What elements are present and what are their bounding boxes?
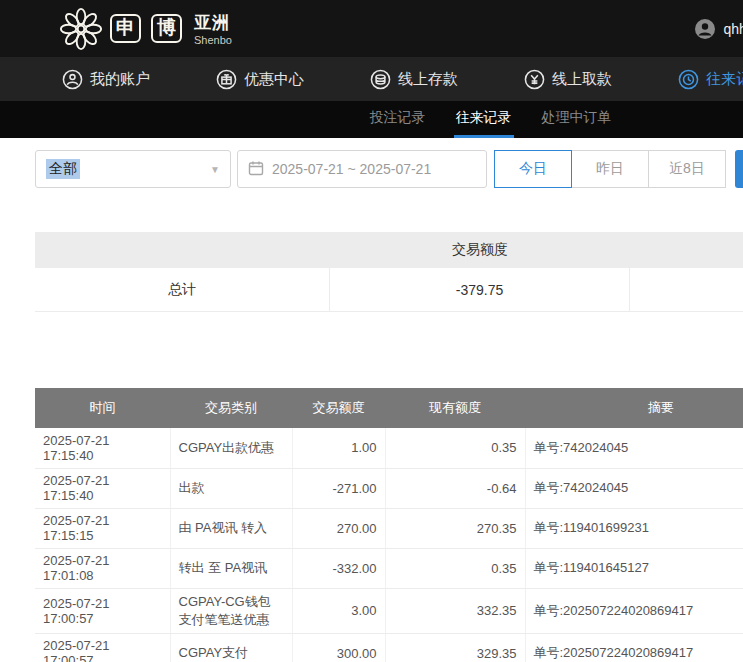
tab-betting-records[interactable]: 投注记录 (368, 101, 428, 138)
summary-total-label: 总计 (35, 268, 330, 311)
cell-balance: 0.35 (385, 548, 525, 588)
account-icon (62, 69, 83, 90)
cell-amount: 270.00 (292, 508, 385, 548)
cell-time: 2025-07-21 17:01:08 (35, 548, 170, 588)
table-row: 2025-07-21 17:15:40 出款 -271.00 -0.64 单号:… (35, 468, 743, 508)
nav-item-my-account[interactable]: 我的账户 (62, 69, 150, 90)
promo-icon (216, 69, 237, 90)
search-button[interactable] (735, 150, 743, 188)
nav-item-online-deposit[interactable]: 线上存款 (370, 69, 458, 90)
sub-nav: 投注记录 往来记录 处理中订单 (0, 101, 743, 138)
cell-summary: 单号:202507224020869417 (525, 588, 743, 633)
cell-type: 转出 至 PA视讯 (170, 548, 292, 588)
cell-time: 2025-07-21 17:15:40 (35, 468, 170, 508)
type-select[interactable]: 全部 ▼ (35, 150, 231, 188)
main-nav: 我的账户 优惠中心 线上存款 (0, 57, 743, 101)
column-header-type: 交易类别 (170, 388, 292, 428)
cell-summary: 单号:119401699231 (525, 508, 743, 548)
nav-item-label: 线上取款 (552, 70, 612, 89)
chevron-down-icon: ▼ (210, 164, 220, 175)
table-row: 2025-07-21 17:00:57 CGPAY支付 300.00 329.3… (35, 633, 743, 662)
summary-table: 交易额度 总计 -379.75 (35, 232, 743, 312)
cell-amount: 3.00 (292, 588, 385, 633)
logo-region-text: 亚洲 (194, 11, 232, 34)
cell-summary: 单号:202507224020869417 (525, 633, 743, 662)
yesterday-button[interactable]: 昨日 (571, 150, 649, 188)
column-header-summary: 摘要 (525, 388, 743, 428)
quick-date-buttons: 今日 昨日 近8日 (495, 150, 726, 188)
nav-item-online-withdraw[interactable]: 线上取款 (524, 69, 612, 90)
cell-type: 出款 (170, 468, 292, 508)
cell-summary: 单号:742024045 (525, 468, 743, 508)
tab-processing-orders[interactable]: 处理中订单 (540, 101, 614, 138)
table-row: 2025-07-21 17:01:08 转出 至 PA视讯 -332.00 0.… (35, 548, 743, 588)
brand-logo: 申 博 亚洲 Shenbo (58, 6, 232, 52)
cell-balance: 270.35 (385, 508, 525, 548)
cell-balance: 0.35 (385, 428, 525, 468)
filter-bar: 全部 ▼ 2025-07-21 ~ 2025-07-21 今日 昨日 近8日 (35, 150, 743, 188)
logo-char-shen: 申 (110, 14, 141, 43)
summary-amount-header: 交易额度 (330, 232, 630, 268)
calendar-icon (248, 160, 264, 179)
cell-amount: 300.00 (292, 633, 385, 662)
table-row: 2025-07-21 17:00:57 CGPAY-CG钱包支付笔笔送优惠 3.… (35, 588, 743, 633)
nav-item-transaction-records[interactable]: 往来记录 (678, 69, 743, 90)
summary-total-value: -379.75 (330, 268, 630, 311)
summary-total-row: 总计 -379.75 (35, 268, 743, 312)
flower-logo-icon (58, 6, 104, 52)
nav-item-label: 线上存款 (398, 70, 458, 89)
page: 申 博 亚洲 Shenbo qhhw (0, 0, 743, 662)
cell-summary: 单号:119401645127 (525, 548, 743, 588)
nav-item-label: 往来记录 (706, 70, 743, 89)
deposit-icon (370, 69, 391, 90)
user-account-area[interactable]: qhhw (694, 0, 743, 57)
cell-time: 2025-07-21 17:00:57 (35, 588, 170, 633)
summary-header-row: 交易额度 (35, 232, 743, 268)
table-row: 2025-07-21 17:15:15 由 PA视讯 转入 270.00 270… (35, 508, 743, 548)
nav-item-label: 我的账户 (90, 70, 150, 89)
logo-char-bo: 博 (151, 14, 182, 43)
withdraw-icon (524, 69, 545, 90)
cell-summary: 单号:742024045 (525, 428, 743, 468)
summary-header-spacer (35, 232, 330, 268)
cell-type: CGPAY支付 (170, 633, 292, 662)
type-select-value: 全部 (46, 159, 80, 179)
cell-time: 2025-07-21 17:15:40 (35, 428, 170, 468)
cell-amount: -271.00 (292, 468, 385, 508)
cell-balance: -0.64 (385, 468, 525, 508)
column-header-balance: 现有额度 (385, 388, 525, 428)
summary-header-spacer (630, 232, 743, 268)
column-header-amount: 交易额度 (292, 388, 385, 428)
cell-balance: 332.35 (385, 588, 525, 633)
cell-time: 2025-07-21 17:00:57 (35, 633, 170, 662)
date-range-input[interactable]: 2025-07-21 ~ 2025-07-21 (237, 150, 487, 188)
top-bar: 申 博 亚洲 Shenbo qhhw (0, 0, 743, 57)
nav-item-promotions[interactable]: 优惠中心 (216, 69, 304, 90)
cell-type: CGPAY-CG钱包支付笔笔送优惠 (170, 588, 292, 633)
today-button[interactable]: 今日 (494, 150, 572, 188)
cell-amount: 1.00 (292, 428, 385, 468)
records-header-row: 时间 交易类别 交易额度 现有额度 摘要 (35, 388, 743, 428)
last-8-days-button[interactable]: 近8日 (648, 150, 726, 188)
table-row: 2025-07-21 17:15:40 CGPAY出款优惠 1.00 0.35 … (35, 428, 743, 468)
cell-amount: -332.00 (292, 548, 385, 588)
username-text[interactable]: qhhw (724, 21, 743, 37)
cell-type: 由 PA视讯 转入 (170, 508, 292, 548)
nav-item-label: 优惠中心 (244, 70, 304, 89)
user-avatar-icon (694, 18, 716, 40)
cell-time: 2025-07-21 17:15:15 (35, 508, 170, 548)
date-range-value: 2025-07-21 ~ 2025-07-21 (272, 161, 431, 177)
tab-transaction-records[interactable]: 往来记录 (454, 101, 514, 138)
summary-empty-cell (630, 268, 743, 311)
records-table: 时间 交易类别 交易额度 现有额度 摘要 2025-07-21 17:15:40… (35, 388, 743, 662)
cell-balance: 329.35 (385, 633, 525, 662)
column-header-time: 时间 (35, 388, 170, 428)
records-icon (678, 69, 699, 90)
cell-type: CGPAY出款优惠 (170, 428, 292, 468)
logo-brand-text: Shenbo (194, 34, 232, 46)
